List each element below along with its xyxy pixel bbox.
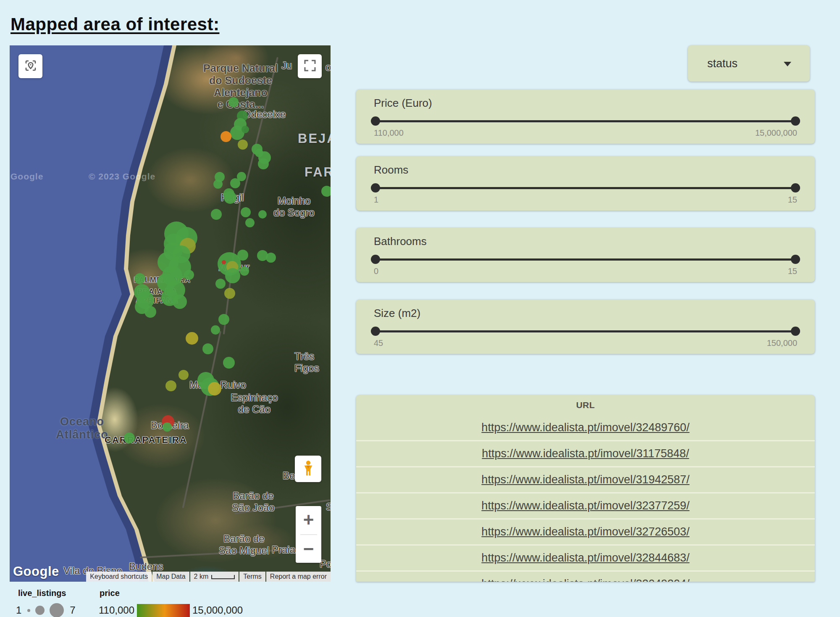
url-table: URL https://www.idealista.pt/imovel/3248… [356,395,815,582]
listing-url-link[interactable]: https://www.idealista.pt/imovel/32049204… [481,577,689,582]
listing-marker[interactable] [211,325,220,335]
slider-track[interactable] [375,183,795,192]
listing-url-link[interactable]: https://www.idealista.pt/imovel/31175848… [482,447,689,460]
listing-marker[interactable] [230,178,240,188]
location-scan-icon [24,58,38,74]
table-row: https://www.idealista.pt/imovel/31175848… [356,440,815,466]
filter-slider-panel: Rooms 1 15 [356,156,815,211]
listing-url-link[interactable]: https://www.idealista.pt/imovel/32844683… [481,551,689,564]
listing-marker[interactable] [241,207,251,217]
map-label: Moinho do Sogro [267,195,321,218]
slider-track[interactable] [375,327,795,336]
listing-marker[interactable] [208,382,221,396]
listing-url-link[interactable]: https://www.idealista.pt/imovel/32377259… [481,499,689,512]
listing-marker[interactable] [202,343,213,354]
slider-handle-min[interactable] [371,327,380,336]
legend-size-max: 7 [70,604,75,616]
listing-marker[interactable] [258,210,267,219]
slider-max-value: 15 [788,266,797,276]
listing-marker[interactable] [224,288,235,299]
slider-handle-max[interactable] [791,183,800,192]
listing-marker[interactable] [220,131,231,142]
listing-marker[interactable] [228,97,239,107]
listing-url-link[interactable]: https://www.idealista.pt/imovel/32489760… [481,421,689,434]
slider-handle-min[interactable] [371,183,380,192]
listing-marker[interactable] [321,186,331,197]
listing-marker[interactable] [242,126,249,133]
listing-marker[interactable] [165,380,176,391]
listing-marker[interactable] [266,253,276,263]
url-table-header: URL [356,395,815,415]
status-dropdown[interactable]: status [688,45,810,82]
table-row: https://www.idealista.pt/imovel/32049204… [356,570,815,582]
listing-marker[interactable] [134,273,145,284]
google-watermark: Google [10,171,43,182]
listing-marker[interactable] [144,306,156,318]
listing-url-link[interactable]: https://www.idealista.pt/imovel/31942587… [481,473,689,486]
pegman-streetview-button[interactable] [295,456,321,482]
satellite-map[interactable]: Google © 2023 Google Parque Natural do S… [10,45,331,582]
listing-marker[interactable] [238,140,248,150]
map-label: FARO [304,165,331,180]
listing-marker[interactable] [178,370,189,380]
table-row: https://www.idealista.pt/imovel/32844683… [356,544,815,570]
listing-marker[interactable] [240,266,249,276]
map-attribution-item[interactable]: Map Data [152,572,189,582]
map-label: Barão de São Miguel [213,533,276,556]
legend-color-min: 110,000 [99,604,134,616]
filter-slider-panel: Price (Euro) 110,000 15,000,000 [356,90,815,144]
fullscreen-button[interactable] [298,54,322,78]
map-label: o [326,61,331,73]
zoom-in-button[interactable]: + [296,506,321,534]
map-attribution-bar: Keyboard shortcutsMap Data2 kmTermsRepor… [86,572,331,582]
table-row: https://www.idealista.pt/imovel/32377259… [356,492,815,518]
listing-marker[interactable] [211,209,222,220]
map-attribution-item[interactable]: Keyboard shortcuts [86,572,152,582]
map-label: Praia [272,544,295,556]
legend-size-dots [27,603,64,617]
show-location-button[interactable] [18,54,42,78]
slider-handle-min[interactable] [371,255,380,264]
slider-track[interactable] [375,255,795,264]
map-label: Espinhaço de Cão [224,392,285,415]
slider-handle-min[interactable] [371,116,380,126]
slider-handle-max[interactable] [791,255,800,264]
listing-marker[interactable] [213,179,223,189]
listing-marker[interactable] [218,314,229,325]
page-title: Mapped area of interest: [10,14,219,34]
map-attribution-item: 2 km [190,572,239,582]
status-dropdown-label: status [707,57,738,70]
map-attribution-item[interactable]: Report a map error [266,572,331,582]
listing-marker[interactable] [163,422,172,432]
listing-marker[interactable] [215,279,226,289]
map-attribution-item[interactable]: Terms [239,572,265,582]
filter-slider-panel: Size (m2) 45 150,000 [356,300,815,354]
slider-handle-max[interactable] [791,327,800,336]
listing-marker[interactable] [173,295,187,309]
slider-track[interactable] [375,116,795,126]
map-label: Budens [129,561,163,572]
legend-color-row: 110,000 15,000,000 [99,602,243,617]
listing-url-link[interactable]: https://www.idealista.pt/imovel/32726503… [481,525,689,538]
listing-marker[interactable] [124,432,135,443]
scale-ruler [211,575,235,579]
google-logo[interactable]: Google [13,564,59,579]
pegman-icon [301,460,316,478]
legend-size-dot [50,603,64,617]
slider-min-value: 0 [374,266,378,276]
listing-marker[interactable] [223,357,235,369]
slider-label: Size (m2) [374,307,420,320]
map-label: BEJA [298,131,331,146]
listing-marker[interactable] [258,158,269,169]
listing-marker[interactable] [237,250,248,261]
zoom-out-button[interactable]: − [296,535,321,563]
slider-handle-max[interactable] [791,116,800,126]
slider-max-value: 15,000,000 [755,128,797,138]
listing-marker[interactable] [222,260,226,264]
listing-marker[interactable] [245,218,255,227]
listing-marker[interactable] [186,332,198,345]
map-label: Parque Natural do Sudoeste Alentejano e … [194,62,287,111]
listing-marker[interactable] [184,270,194,280]
listing-marker[interactable] [224,191,236,204]
listing-marker[interactable] [225,268,240,283]
